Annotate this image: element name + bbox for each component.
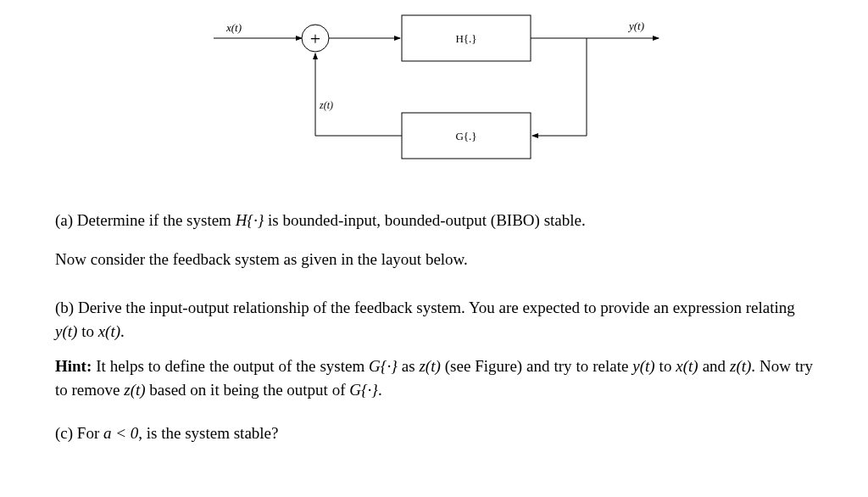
part-c-suffix: , is the system stable? xyxy=(138,424,278,442)
Gsys: G{·} xyxy=(369,357,398,375)
summing-plus: + xyxy=(310,28,320,49)
part-a-prefix: (a) Determine if the system xyxy=(55,211,236,229)
zt1: z(t) xyxy=(419,357,440,375)
aless: a < 0 xyxy=(103,424,138,442)
hint3: (see Figure) and try to relate xyxy=(441,357,633,375)
part-b-prefix: (b) Derive the input-output relationship… xyxy=(55,299,795,316)
hint1: It helps to define the output of the sys… xyxy=(92,357,369,375)
diagram-svg: x(t) + H{.} y(t) G{.} z(t) xyxy=(205,8,663,187)
to1: to xyxy=(77,322,97,340)
period2: . xyxy=(378,381,382,399)
feedback-label: z(t) xyxy=(319,99,333,111)
hint2: as xyxy=(398,357,420,375)
hint-para: Hint: It helps to define the output of t… xyxy=(55,355,813,401)
hint7: based on it being the output of xyxy=(146,381,350,399)
block-diagram: x(t) + H{.} y(t) G{.} z(t) xyxy=(205,8,663,187)
part-a-sys: H{·} xyxy=(236,211,264,229)
hint5: and xyxy=(698,357,730,375)
hint4: to xyxy=(655,357,676,375)
para-consider: Now consider the feedback system as give… xyxy=(55,248,813,271)
yt2: y(t) xyxy=(632,357,654,375)
Gsys2: G{·} xyxy=(349,381,378,399)
output-label: y(t) xyxy=(627,20,644,32)
part-a-suffix: is bounded-input, bounded-output (BIBO) … xyxy=(264,211,585,229)
hint-label: Hint: xyxy=(55,357,92,375)
xt2: x(t) xyxy=(676,357,698,375)
xt1: x(t) xyxy=(98,322,120,340)
zt2: z(t) xyxy=(730,357,751,375)
block-G-label: G{.} xyxy=(455,130,476,142)
part-b: (b) Derive the input-output relationship… xyxy=(55,296,813,343)
part-a: (a) Determine if the system H{·} is boun… xyxy=(55,209,813,232)
part-c: (c) For a < 0, is the system stable? xyxy=(55,422,813,445)
part-c-prefix: (c) For xyxy=(55,424,103,442)
input-label: x(t) xyxy=(225,21,242,34)
period1: . xyxy=(120,322,125,340)
block-H-label: H{.} xyxy=(455,32,476,45)
zt3: z(t) xyxy=(124,381,145,399)
yt1: y(t) xyxy=(55,322,77,340)
